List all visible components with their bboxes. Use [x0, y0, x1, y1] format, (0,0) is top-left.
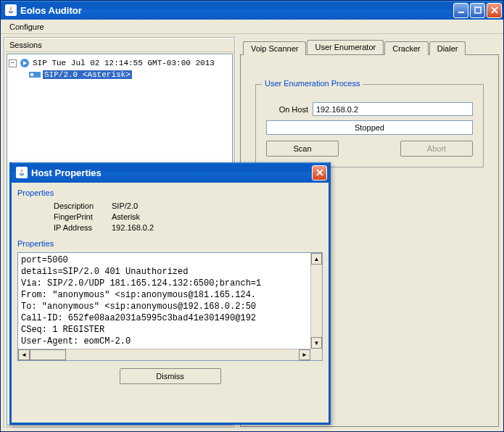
fingerprint-value: Asterisk: [112, 212, 140, 221]
tab-dialer[interactable]: Dialer: [429, 41, 466, 55]
svg-rect-0: [458, 12, 464, 13]
tree-host-row[interactable]: SIP/2.0 <Asterisk>: [9, 69, 231, 80]
host-properties-dialog: Host Properties Properties DescriptionSI…: [9, 162, 331, 425]
minimize-button[interactable]: [453, 3, 468, 18]
close-button[interactable]: [487, 3, 502, 18]
main-titlebar: Eolos Auditor: [1, 1, 503, 20]
fingerprint-label: FingerPrint: [54, 212, 112, 221]
onhost-input[interactable]: [313, 102, 473, 116]
tab-bar: Voip Scanner User Enumerator Cracker Dia…: [240, 38, 499, 54]
dialog-titlebar: Host Properties: [12, 162, 329, 183]
enum-fieldset: User Enumeration Process On Host Stopped…: [255, 84, 484, 167]
tab-voip-scanner[interactable]: Voip Scanner: [243, 41, 306, 55]
menu-configure[interactable]: Configure: [4, 21, 50, 33]
tree-toggle-icon[interactable]: −: [9, 59, 17, 67]
host-icon: [29, 69, 41, 80]
abort-button[interactable]: Abort: [400, 141, 473, 157]
status-box: Stopped: [266, 120, 473, 135]
tab-user-enumerator[interactable]: User Enumerator: [307, 40, 384, 54]
java-icon: [16, 167, 28, 178]
scroll-up-icon[interactable]: ▲: [311, 253, 322, 265]
properties-textarea[interactable]: port=5060 details=SIP/2.0 401 Unauthoriz…: [17, 252, 323, 361]
tab-cracker[interactable]: Cracker: [384, 41, 429, 55]
dialog-title: Host Properties: [31, 167, 102, 178]
session-icon: [19, 57, 30, 69]
ip-label: IP Address: [54, 223, 112, 232]
dialog-body: Properties DescriptionSIP/2.0 FingerPrin…: [12, 183, 329, 387]
horizontal-scrollbar[interactable]: ◄ ►: [18, 349, 310, 360]
scroll-thumb[interactable]: [30, 349, 66, 360]
vertical-scrollbar[interactable]: ▲ ▼: [310, 253, 322, 349]
onhost-label: On Host: [266, 105, 308, 114]
enum-legend: User Enumeration Process: [262, 79, 363, 88]
main-title: Eolos Auditor: [20, 5, 82, 16]
dismiss-button[interactable]: Dismiss: [120, 368, 221, 384]
svg-rect-4: [30, 73, 33, 76]
desc-label: Description: [54, 202, 112, 210]
scroll-left-icon[interactable]: ◄: [18, 349, 30, 360]
scroll-down-icon[interactable]: ▼: [311, 337, 322, 349]
dialog-close-button[interactable]: [312, 165, 327, 180]
tree-host-label: SIP/2.0 <Asterisk>: [43, 70, 132, 79]
ip-value: 192.168.0.2: [112, 223, 154, 232]
properties-section-1: Properties: [17, 188, 323, 197]
properties-section-2: Properties: [17, 239, 323, 248]
tree-session-label: SIP Tue Jul 02 12:14:55 GMT-03:00 2013: [33, 59, 215, 67]
tree-session-row[interactable]: − SIP Tue Jul 02 12:14:55 GMT-03:00 2013: [9, 57, 231, 69]
desc-value: SIP/2.0: [112, 202, 138, 210]
scroll-corner: [310, 349, 322, 360]
svg-rect-1: [475, 7, 481, 13]
maximize-button[interactable]: [470, 3, 485, 18]
properties-text: port=5060 details=SIP/2.0 401 Unauthoriz…: [18, 253, 310, 349]
java-icon: [5, 4, 17, 16]
sessions-header: Sessions: [5, 38, 234, 52]
menubar: Configure: [1, 20, 503, 34]
scroll-right-icon[interactable]: ►: [299, 349, 310, 360]
scan-button[interactable]: Scan: [266, 141, 339, 157]
